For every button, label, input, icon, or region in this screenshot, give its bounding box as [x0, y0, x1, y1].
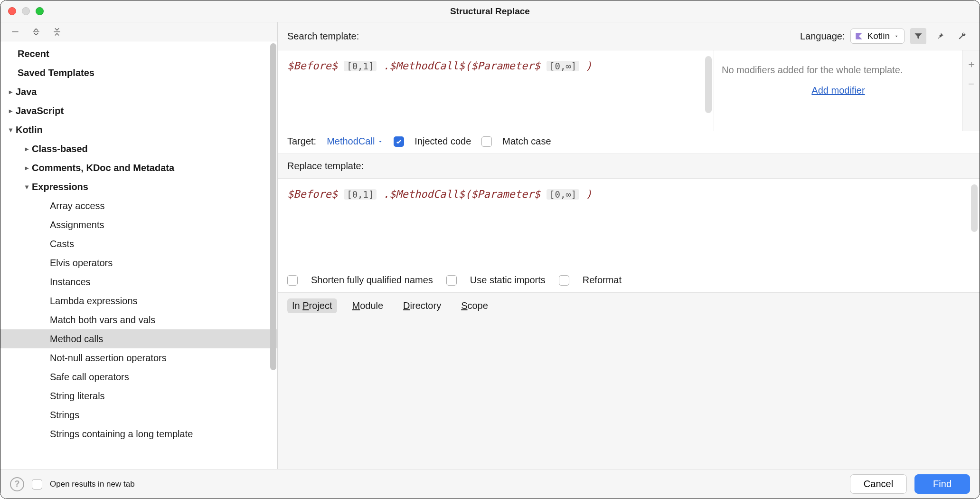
tree-item-strings[interactable]: Strings — [0, 405, 277, 424]
tree-item-label: Match both vars and vals — [50, 315, 155, 326]
tree-item-label: String literals — [50, 391, 105, 402]
tree-item-elvis-operators[interactable]: Elvis operators — [0, 253, 277, 272]
tree-item-label: Kotlin — [16, 125, 43, 135]
scope-module[interactable]: Module — [348, 298, 388, 313]
tree-item-not-null-assertion-operators[interactable]: Not-null assertion operators — [0, 348, 277, 367]
replace-options: Shorten fully qualified names Use static… — [278, 269, 980, 292]
cancel-button[interactable]: Cancel — [850, 474, 907, 494]
tree-toolbar — [0, 22, 277, 41]
tree-item-label: Not-null assertion operators — [50, 353, 167, 364]
static-imports-checkbox[interactable] — [446, 275, 457, 286]
chevron-right-icon[interactable]: ▸ — [5, 88, 16, 96]
tree-item-lambda-expressions[interactable]: Lambda expressions — [0, 291, 277, 310]
collapse-all-icon[interactable] — [52, 27, 62, 37]
tree-item-casts[interactable]: Casts — [0, 234, 277, 253]
tree-item-safe-call-operators[interactable]: Safe call operators — [0, 367, 277, 386]
template-tree[interactable]: RecentSaved Templates▸Java▸JavaScript▾Ko… — [0, 41, 277, 469]
search-options: Target: MethodCall Injected code Match c… — [278, 131, 980, 154]
scope-bar: In Project Module Directory Scope — [278, 292, 980, 319]
injected-code-label: Injected code — [415, 136, 471, 147]
add-modifier-icon[interactable]: ＋ — [966, 57, 977, 71]
tree-item-label: Method calls — [50, 334, 103, 345]
titlebar: Structural Replace — [0, 0, 980, 22]
target-combo[interactable]: MethodCall — [327, 136, 383, 147]
tree-item-label: Class-based — [32, 144, 88, 154]
search-header-label: Search template: — [287, 31, 359, 42]
tree-item-label: Lambda expressions — [50, 296, 138, 307]
language-combo[interactable]: Kotlin — [850, 29, 905, 44]
modifiers-panel: No modifiers added for the whole templat… — [714, 50, 980, 131]
target-label: Target: — [287, 136, 316, 147]
replace-template-editor[interactable]: $Before$ [0,1] .$MethodCall$($Parameter$… — [278, 179, 980, 269]
remove-modifier-icon[interactable]: − — [968, 78, 974, 90]
chevron-down-icon — [894, 33, 899, 39]
editor-scrollbar[interactable] — [971, 184, 978, 232]
match-case-checkbox[interactable] — [481, 136, 492, 147]
expand-all-icon[interactable] — [31, 27, 41, 37]
find-button[interactable]: Find — [914, 474, 970, 494]
wrench-icon[interactable] — [954, 28, 970, 44]
minimize-window-icon[interactable] — [22, 7, 30, 15]
dialog-footer: ? Open results in new tab Cancel Find — [0, 469, 980, 499]
search-header: Search template: Language: Kotlin — [278, 22, 980, 50]
tree-item-expressions[interactable]: ▾Expressions — [0, 177, 277, 196]
static-imports-label: Use static imports — [470, 275, 546, 286]
tree-item-java[interactable]: ▸Java — [0, 82, 277, 101]
shorten-fqn-checkbox[interactable] — [287, 275, 298, 286]
tree-item-class-based[interactable]: ▸Class-based — [0, 139, 277, 158]
tree-item-comments-kdoc-and-metadata[interactable]: ▸Comments, KDoc and Metadata — [0, 158, 277, 177]
match-case-label: Match case — [502, 136, 551, 147]
tree-item-kotlin[interactable]: ▾Kotlin — [0, 120, 277, 139]
zoom-window-icon[interactable] — [36, 7, 44, 15]
shorten-fqn-label: Shorten fully qualified names — [311, 275, 433, 286]
tree-item-label: Casts — [50, 239, 74, 250]
reformat-checkbox[interactable] — [559, 275, 569, 286]
search-template-editor[interactable]: $Before$ [0,1] .$MethodCall$($Parameter$… — [278, 50, 714, 131]
tree-item-label: Instances — [50, 277, 91, 288]
injected-code-checkbox[interactable] — [394, 136, 404, 147]
chevron-right-icon[interactable]: ▸ — [5, 107, 16, 115]
kotlin-icon — [855, 32, 863, 40]
tree-item-label: Array access — [50, 201, 105, 211]
tree-item-label: Strings — [50, 410, 79, 421]
language-value: Kotlin — [867, 31, 890, 41]
window-traffic-lights — [8, 7, 44, 15]
tree-item-method-calls[interactable]: Method calls — [0, 329, 277, 348]
collapse-icon[interactable] — [10, 27, 20, 37]
tree-item-string-literals[interactable]: String literals — [0, 386, 277, 405]
scope-in-project[interactable]: In Project — [287, 298, 337, 313]
tree-scrollbar[interactable] — [270, 43, 276, 462]
modifiers-empty-text: No modifiers added for the whole templat… — [714, 50, 962, 79]
tree-item-label: Safe call operators — [50, 372, 129, 383]
open-in-new-tab-checkbox[interactable] — [32, 479, 42, 489]
add-modifier-link[interactable]: Add modifier — [714, 85, 962, 96]
tree-item-label: Elvis operators — [50, 258, 113, 269]
tree-item-label: JavaScript — [16, 106, 64, 116]
tree-item-recent[interactable]: Recent — [0, 44, 277, 63]
close-window-icon[interactable] — [8, 7, 16, 15]
tree-item-saved-templates[interactable]: Saved Templates — [0, 63, 277, 82]
tree-item-instances[interactable]: Instances — [0, 272, 277, 291]
tree-item-label: Assignments — [50, 220, 104, 230]
pin-icon[interactable] — [932, 28, 948, 44]
tree-item-javascript[interactable]: ▸JavaScript — [0, 101, 277, 120]
chevron-down-icon[interactable]: ▾ — [5, 126, 16, 134]
tree-item-array-access[interactable]: Array access — [0, 196, 277, 215]
help-icon[interactable]: ? — [10, 477, 24, 491]
chevron-right-icon[interactable]: ▸ — [21, 164, 32, 172]
editor-scrollbar[interactable] — [705, 56, 712, 113]
chevron-down-icon — [377, 139, 383, 144]
language-label: Language: — [800, 31, 845, 42]
filter-icon[interactable] — [910, 28, 926, 44]
chevron-down-icon[interactable]: ▾ — [21, 183, 32, 191]
tree-item-strings-containing-a-long-template[interactable]: Strings containing a long template — [0, 424, 277, 443]
tree-item-match-both-vars-and-vals[interactable]: Match both vars and vals — [0, 310, 277, 329]
open-in-new-tab-label: Open results in new tab — [50, 480, 135, 489]
checkmark-icon — [396, 138, 402, 145]
scope-directory[interactable]: Directory — [398, 298, 446, 313]
template-tree-panel: RecentSaved Templates▸Java▸JavaScript▾Ko… — [0, 22, 278, 469]
scope-scope[interactable]: Scope — [456, 298, 493, 313]
tree-item-assignments[interactable]: Assignments — [0, 215, 277, 234]
replace-header-label: Replace template: — [278, 154, 980, 179]
chevron-right-icon[interactable]: ▸ — [21, 145, 32, 153]
